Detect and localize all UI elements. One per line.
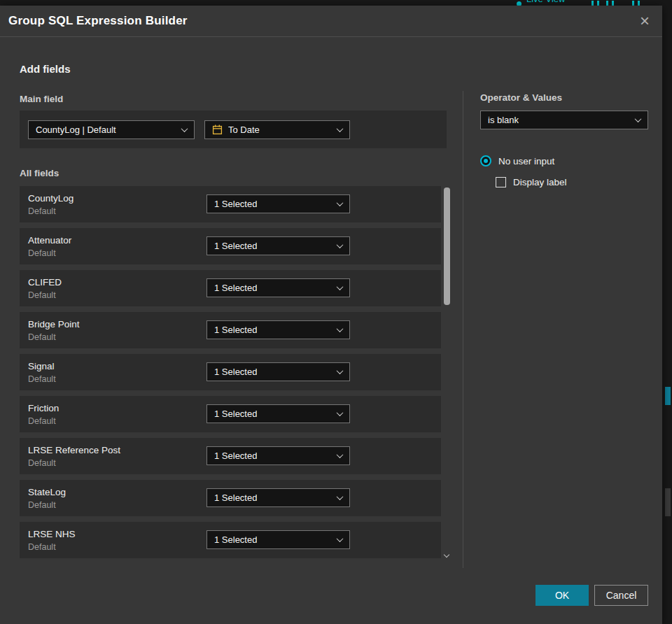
field-selected-value: 1 Selected [214,241,257,251]
chevron-down-icon [337,493,344,500]
dialog-header: Group SQL Expression Builder × [0,6,662,37]
background-toolbar: Live View [0,0,672,6]
field-meta: CLIFED Default [28,277,62,300]
chevron-down-icon [337,125,344,132]
group-sql-expression-builder-dialog: Group SQL Expression Builder × Add field… [0,6,662,624]
chevron-down-icon [635,115,642,122]
field-meta: StateLog Default [28,487,66,510]
field-meta: Attenuator Default [28,235,71,258]
checkbox-label: Display label [513,177,567,187]
chevron-down-icon [337,535,344,542]
close-icon[interactable]: × [637,11,652,31]
chevron-down-icon [181,125,188,132]
field-row: CLIFED Default 1 Selected [20,270,441,306]
field-selected-value: 1 Selected [214,492,257,503]
main-field-dropdown-value: CountyLog | Default [36,125,116,135]
background-icon-fragment [592,1,594,6]
field-selected-dropdown[interactable]: 1 Selected [206,320,350,339]
field-selected-dropdown[interactable]: 1 Selected [206,530,350,549]
field-row: CountyLog Default 1 Selected [20,186,441,222]
field-subtitle: Default [28,290,62,300]
field-selected-value: 1 Selected [214,367,257,377]
field-subtitle: Default [28,206,74,216]
background-icon-fragment [612,1,614,6]
field-meta: Bridge Point Default [28,319,80,342]
field-row: Attenuator Default 1 Selected [20,228,441,264]
field-subtitle: Default [28,248,71,258]
background-icon-fragment [638,1,640,6]
fields-scrollbar [444,186,450,564]
background-icon-fragment [632,1,634,6]
field-subtitle: Default [28,458,120,468]
field-row: Bridge Point Default 1 Selected [20,312,441,348]
field-name: CountyLog [28,193,74,204]
chevron-down-icon [337,325,344,332]
background-icon-fragment [597,1,599,6]
background-gray-fragment [665,488,671,516]
dialog-title: Group SQL Expression Builder [8,14,188,28]
background-teal-fragment [665,387,671,405]
field-selected-dropdown[interactable]: 1 Selected [206,236,350,255]
scrollbar-thumb[interactable] [444,187,450,305]
calendar-icon [212,125,223,135]
radio-selected-icon [480,155,491,166]
main-field-value-dropdown-value: To Date [228,125,260,135]
operator-dropdown-value: is blank [488,115,519,125]
field-subtitle: Default [28,374,56,384]
field-selected-dropdown[interactable]: 1 Selected [206,362,350,381]
field-meta: CountyLog Default [28,193,74,216]
field-selected-value: 1 Selected [214,283,257,293]
all-fields-label: All fields [20,168,59,178]
field-name: StateLog [28,487,66,497]
field-name: Bridge Point [28,319,80,329]
scroll-down-icon[interactable] [444,553,450,559]
main-field-label: Main field [20,94,63,104]
field-name: LRSE Reference Post [28,445,120,455]
field-name: Friction [28,403,59,413]
live-view-label: Live View [526,0,565,4]
chevron-down-icon [337,199,344,206]
dialog-footer: OK Cancel [536,585,648,606]
field-subtitle: Default [28,500,66,510]
radio-label: No user input [498,156,554,166]
field-subtitle: Default [28,416,59,426]
field-selected-value: 1 Selected [214,325,257,335]
checkbox-unchecked-icon [496,177,506,187]
field-name: LRSE NHS [28,529,76,539]
field-name: Signal [28,361,56,371]
field-row: LRSE NHS Default 1 Selected [20,522,441,558]
field-selected-dropdown[interactable]: 1 Selected [206,488,350,507]
field-meta: Friction Default [28,403,59,426]
main-field-dropdown[interactable]: CountyLog | Default [28,120,195,139]
ok-button[interactable]: OK [536,585,589,606]
field-selected-dropdown[interactable]: 1 Selected [206,278,350,297]
no-user-input-radio[interactable]: No user input [480,155,554,166]
background-icon-fragment [606,1,608,6]
field-row: Signal Default 1 Selected [20,354,441,390]
field-meta: Signal Default [28,361,56,384]
field-selected-value: 1 Selected [214,199,257,209]
chevron-down-icon [337,367,344,374]
chevron-down-icon [337,283,344,290]
field-selected-value: 1 Selected [214,534,257,545]
chevron-down-icon [337,451,344,458]
main-field-value-dropdown[interactable]: To Date [204,120,350,139]
field-row: StateLog Default 1 Selected [20,480,441,516]
field-meta: LRSE NHS Default [28,529,76,552]
field-subtitle: Default [28,542,76,552]
column-divider [463,91,463,568]
field-selected-dropdown[interactable]: 1 Selected [206,404,350,423]
display-label-checkbox[interactable]: Display label [496,177,567,187]
field-subtitle: Default [28,332,80,342]
field-selected-value: 1 Selected [214,409,257,419]
chevron-down-icon [337,409,344,416]
field-name: Attenuator [28,235,71,246]
background-right-edge [662,6,672,624]
operator-dropdown[interactable]: is blank [480,111,648,129]
field-selected-dropdown[interactable]: 1 Selected [206,446,350,465]
field-selected-value: 1 Selected [214,451,257,461]
cancel-button[interactable]: Cancel [594,585,648,606]
field-meta: LRSE Reference Post Default [28,445,120,468]
field-selected-dropdown[interactable]: 1 Selected [206,194,350,213]
field-row: LRSE Reference Post Default 1 Selected [20,438,441,474]
